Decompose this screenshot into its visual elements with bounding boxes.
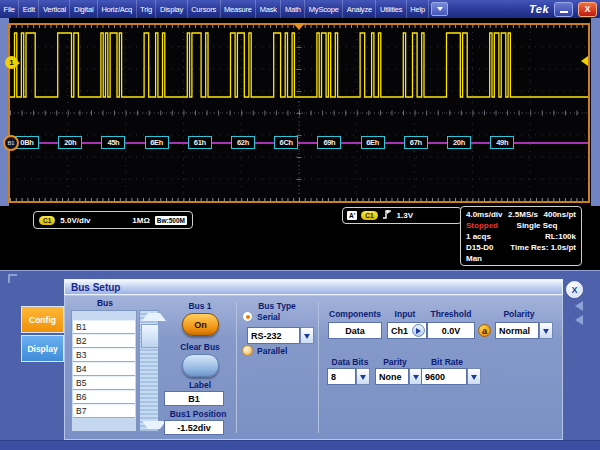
bus1-position-field[interactable]: -1.52div [164, 420, 224, 435]
polarity-label: Polarity [497, 309, 541, 319]
bus1-on-button[interactable]: On [182, 313, 219, 336]
parallel-radio[interactable] [242, 345, 253, 356]
bus-list-item-b2[interactable]: B2 [73, 334, 135, 348]
components-label: Components [328, 309, 382, 319]
trigger-source-badge: C1 [361, 211, 377, 220]
resolution: 400ns/pt [544, 209, 576, 220]
menu-item-myscope[interactable]: MyScope [305, 0, 343, 18]
trigger-level: 1.3V [397, 211, 413, 220]
menu-item-vertical[interactable]: Vertical [39, 0, 70, 18]
trigger-level-arrow[interactable] [576, 56, 588, 66]
channel1-marker[interactable]: 1 [5, 56, 18, 69]
close-icon: X [571, 285, 577, 295]
menu-item-math[interactable]: Math [281, 0, 305, 18]
menu-item-trig[interactable]: Trig [137, 0, 157, 18]
menu-overflow-button[interactable] [431, 2, 448, 16]
menu-item-help[interactable]: Help [407, 0, 430, 18]
multipurpose-a-badge[interactable]: a [478, 324, 491, 337]
trigger-position-marker[interactable] [293, 23, 305, 36]
tab-config[interactable]: Config [21, 306, 64, 333]
rising-edge-icon [382, 209, 393, 222]
dialog-bottom-strip [0, 440, 600, 450]
bus-list-label: Bus [83, 298, 127, 308]
waveform-trace [10, 25, 588, 201]
bus-list-item-b4[interactable]: B4 [73, 362, 135, 376]
bus-setup-panel: Bus B1B2B3B4B5B6B7 Bus 1 On Clear Bus La… [64, 295, 563, 440]
dialog-titlebar[interactable]: Bus Setup [64, 279, 563, 295]
threshold-field[interactable]: 0.0V [427, 322, 475, 339]
bus-list-scrollbar[interactable] [139, 310, 159, 432]
bit-rate-label: Bit Rate [423, 357, 471, 367]
menu-item-analyze[interactable]: Analyze [343, 0, 376, 18]
bit-rate-dropdown-button[interactable] [467, 368, 481, 385]
bus-decode-value: 20h [447, 136, 471, 149]
serial-type-dropdown-button[interactable] [300, 327, 314, 344]
acq-count: 1 acqs [466, 231, 491, 242]
dialog-close-button[interactable]: X [566, 281, 583, 298]
dialog-grip-icon [8, 274, 17, 283]
bus-decode-value: 6Ch [274, 136, 298, 149]
tab-display[interactable]: Display [21, 335, 64, 362]
menu-item-utilities[interactable]: Utilities [376, 0, 406, 18]
section-divider [236, 302, 237, 433]
arrow-left-icon [570, 315, 583, 325]
polarity-dropdown-button[interactable] [539, 322, 553, 339]
bus-list-item-b7[interactable]: B7 [73, 404, 135, 418]
channel1-badge: C1 [39, 216, 55, 225]
digital-channels: D15-D0 [466, 242, 494, 253]
menu-item-display[interactable]: Display [156, 0, 187, 18]
data-bits-label: Data Bits [327, 357, 373, 367]
tek-logo: Tek [529, 3, 549, 15]
minimize-button[interactable] [554, 2, 573, 17]
acq-status: Stopped [466, 220, 498, 231]
menu-item-edit[interactable]: Edit [19, 0, 39, 18]
menu-item-digital[interactable]: Digital [70, 0, 97, 18]
input-label: Input [385, 309, 425, 319]
screen-right-margin [591, 18, 600, 206]
clear-bus-button[interactable] [182, 354, 219, 377]
polarity-select[interactable]: Normal [495, 322, 539, 339]
channel-scale: 5.0V/div [60, 216, 90, 225]
menu-item-file[interactable]: File [0, 0, 19, 18]
bus-decode-value: 61h [188, 136, 212, 149]
record-length: RL:100k [545, 231, 576, 242]
time-resolution: Time Res: 1.0s/pt [510, 242, 576, 253]
menu-item-measure[interactable]: Measure [221, 0, 257, 18]
bus-list-item-b3[interactable]: B3 [73, 348, 135, 362]
serial-type-select[interactable]: RS-232 [247, 327, 300, 344]
menu-bar: FileEditVerticalDigitalHoriz/AcqTrigDisp… [0, 0, 600, 18]
bus-list-item-b1[interactable]: B1 [73, 320, 135, 334]
close-window-button[interactable]: X [578, 2, 597, 17]
man-label: Man [466, 253, 482, 264]
components-button[interactable]: Data [328, 322, 382, 339]
bus1-label: Bus 1 [170, 301, 230, 311]
sample-rate: 2.5MS/s [508, 209, 538, 220]
menu-item-horizacq[interactable]: Horiz/Acq [98, 0, 137, 18]
bit-rate-select[interactable]: 9600 [421, 368, 467, 385]
section-divider [318, 302, 319, 433]
bus-decode-value: 69h [317, 136, 341, 149]
bus-list-item-b5[interactable]: B5 [73, 376, 135, 390]
input-expand-button[interactable] [412, 324, 425, 337]
bus-list-item-b6[interactable]: B6 [73, 390, 135, 404]
label-field[interactable]: B1 [164, 391, 224, 406]
bus-decode-value: 62h [231, 136, 255, 149]
data-bits-select[interactable]: 8 [327, 368, 356, 385]
serial-radio[interactable] [242, 311, 253, 322]
trigger-readout[interactable]: A' C1 1.3V [342, 207, 462, 224]
threshold-label: Threshold [427, 309, 475, 319]
parallel-label: Parallel [257, 346, 287, 356]
data-bits-dropdown-button[interactable] [356, 368, 370, 385]
bus1-marker[interactable]: B1 [3, 135, 19, 151]
scroll-down-icon[interactable] [142, 421, 166, 429]
bus-list: B1B2B3B4B5B6B7 [71, 310, 137, 432]
parity-select[interactable]: None [375, 368, 409, 385]
menu-item-mask[interactable]: Mask [256, 0, 281, 18]
scroll-up-icon[interactable] [142, 313, 166, 321]
menu-item-cursors[interactable]: Cursors [188, 0, 221, 18]
channel-readout[interactable]: C1 5.0V/div 1MΩ Bw:500M [33, 211, 193, 229]
bus-setup-dialog: Bus Setup X Config Display Bus B1B2B3B4B… [0, 270, 600, 450]
channel-impedance: 1MΩ [132, 216, 150, 225]
dialog-move-arrows[interactable] [570, 301, 583, 325]
scrollbar-thumb[interactable] [141, 324, 159, 348]
